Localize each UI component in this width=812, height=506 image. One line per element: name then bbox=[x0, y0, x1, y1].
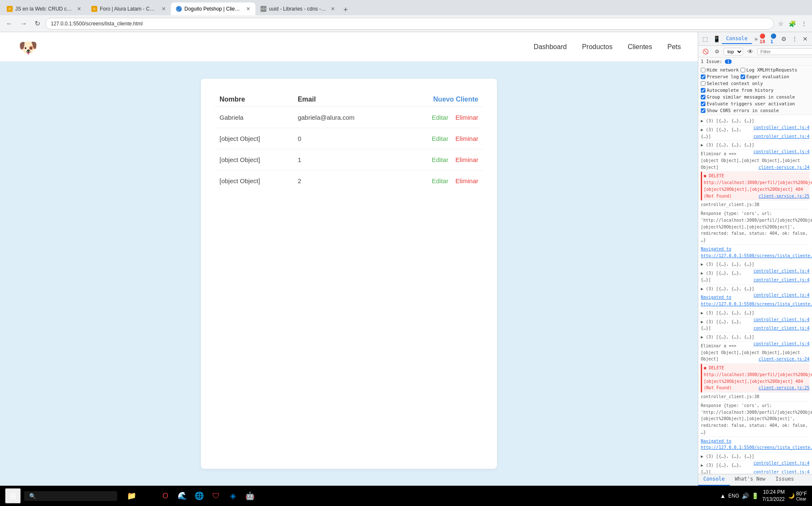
autocomplete-checkbox[interactable] bbox=[701, 88, 705, 93]
taskbar-clock[interactable]: 10:24 PM 7/13/2022 bbox=[762, 489, 785, 503]
console-entry: Navigated to http://127.0.0.1:5500/scree… bbox=[701, 437, 809, 453]
preserve-log-checkbox[interactable] bbox=[701, 74, 705, 79]
weather-icon: 🌙 bbox=[788, 493, 795, 499]
editar-button[interactable]: Editar bbox=[432, 135, 448, 142]
clear-console-button[interactable]: 🚫 bbox=[701, 48, 710, 55]
editar-button[interactable]: Editar bbox=[432, 156, 448, 163]
taskbar-app-android[interactable]: 🤖 bbox=[242, 488, 258, 503]
issues-count-badge: 1 bbox=[725, 59, 732, 64]
log-xmlhttp-checkbox[interactable] bbox=[741, 68, 745, 72]
bookmark-star-button[interactable]: ☆ bbox=[776, 19, 785, 29]
nav-productos[interactable]: Productos bbox=[582, 43, 612, 51]
group-similar-option[interactable]: Group similar messages in console bbox=[701, 94, 795, 99]
bottom-tab-issues[interactable]: Issues bbox=[771, 474, 799, 486]
taskbar-app-vscode[interactable]: ◈ bbox=[225, 488, 241, 503]
devtools-close-button[interactable]: ✕ bbox=[801, 35, 809, 43]
back-button[interactable]: ← bbox=[3, 18, 15, 29]
refresh-button[interactable]: ↻ bbox=[32, 18, 43, 29]
cors-errors-option[interactable]: Show CORS errors in console bbox=[701, 108, 779, 113]
evaluate-triggers-checkbox[interactable] bbox=[701, 102, 705, 106]
log-xmlhttp-option[interactable]: Log XMLHttpRequests bbox=[741, 67, 797, 72]
tab-1-close[interactable]: ✕ bbox=[77, 6, 81, 12]
eliminar-button[interactable]: Eliminar bbox=[455, 135, 478, 142]
taskbar-app-mail[interactable]: ✉ bbox=[141, 488, 156, 503]
tab-3-close[interactable]: ✕ bbox=[246, 6, 250, 12]
console-entry: Navigated to http://127.0.0.1:5500/scree… bbox=[701, 245, 809, 261]
tab-4-close[interactable]: ✕ bbox=[331, 6, 335, 12]
table-row: [object Object] 2 Editar Eliminar bbox=[214, 170, 483, 192]
tab-2[interactable]: A Foro | Alura Latam - Cursos onli... ✕ bbox=[86, 3, 171, 15]
speaker-icon[interactable]: 🔊 bbox=[742, 492, 749, 499]
autocomplete-option[interactable]: Autocomplete from history bbox=[701, 88, 774, 93]
svg-text:🐶: 🐶 bbox=[19, 38, 37, 57]
client-email: 1 bbox=[293, 149, 396, 170]
nav-pets[interactable]: Pets bbox=[667, 43, 681, 51]
site-navigation: Dashboard Productos Clientes Pets bbox=[534, 43, 681, 51]
eager-eval-checkbox[interactable] bbox=[741, 74, 745, 79]
nav-bar: ← → ↻ ☆ 🧩 ⋮ bbox=[0, 15, 812, 32]
selected-context-checkbox[interactable] bbox=[701, 81, 705, 86]
devtools-settings-button[interactable]: ⚙ bbox=[779, 35, 788, 43]
taskbar-app-opera[interactable]: O bbox=[158, 488, 173, 503]
tab-1[interactable]: A JS en la Web: CRUD con JavaScr... ✕ bbox=[2, 3, 86, 15]
tab-2-close[interactable]: ✕ bbox=[162, 6, 166, 12]
devtools-device-button[interactable]: 📱 bbox=[711, 35, 722, 43]
hide-network-checkbox[interactable] bbox=[701, 68, 705, 72]
create-live-expression-button[interactable]: 👁 bbox=[746, 47, 755, 56]
console-tab[interactable]: Console bbox=[722, 34, 752, 44]
taskbar-app-edge[interactable]: 🌊 bbox=[175, 488, 190, 503]
taskbar-weather[interactable]: 🌙 80°F Clear bbox=[788, 491, 807, 501]
bottom-tab-whatsnew[interactable]: What's New bbox=[730, 474, 771, 486]
eliminar-button[interactable]: Eliminar bbox=[455, 156, 478, 163]
clients-table: Nombre Email Nuevo Cliente Gabriela gabr… bbox=[214, 92, 483, 191]
client-actions: Editar Eliminar bbox=[396, 107, 483, 128]
eager-eval-option[interactable]: Eager evaluation bbox=[741, 74, 789, 79]
bottom-tab-console[interactable]: Console bbox=[698, 474, 730, 486]
cors-errors-checkbox[interactable] bbox=[701, 108, 705, 113]
console-entry: ▶ (3) [{…}, {…}, {…}]controller_client.j… bbox=[701, 117, 809, 126]
eliminar-button[interactable]: Eliminar bbox=[455, 177, 478, 184]
tab-4[interactable]: </> uuid - Libraries - cdns - The #1 l..… bbox=[255, 3, 340, 15]
address-bar[interactable] bbox=[45, 18, 774, 30]
console-settings-button[interactable]: ⚙ bbox=[713, 48, 721, 55]
hide-network-option[interactable]: Hide network bbox=[701, 67, 739, 72]
editar-button[interactable]: Editar bbox=[432, 114, 448, 121]
taskbar-search-input[interactable] bbox=[24, 491, 117, 501]
error-badge: 🔴 18 bbox=[760, 33, 769, 44]
filter-input[interactable] bbox=[757, 48, 812, 55]
network-icon[interactable]: ▲ bbox=[720, 492, 726, 499]
browser-menu-button[interactable]: ⋮ bbox=[799, 19, 809, 29]
nav-dashboard[interactable]: Dashboard bbox=[534, 43, 567, 51]
devtools-inspect-button[interactable]: ⬚ bbox=[701, 35, 710, 43]
lang-indicator[interactable]: ENG bbox=[728, 493, 739, 499]
selected-context-option[interactable]: Selected context only bbox=[701, 81, 763, 86]
devtools-more-button[interactable]: ⋮ bbox=[790, 35, 799, 43]
console-entry: ▶ (3) [{…}, {…}, {…}]controller_client.j… bbox=[701, 452, 809, 461]
taskbar-app-files[interactable]: 📁 bbox=[124, 488, 139, 503]
console-entry: Response {type: 'cors', url: 'http://loc… bbox=[701, 209, 809, 245]
tab-3[interactable]: 🐾 Doguito Petshop | Clientes ✕ bbox=[171, 3, 255, 15]
more-tabs-button[interactable]: » bbox=[753, 35, 760, 43]
editar-button[interactable]: Editar bbox=[432, 177, 448, 184]
forward-button[interactable]: → bbox=[18, 18, 30, 29]
nav-clientes[interactable]: Clientes bbox=[628, 43, 652, 51]
new-tab-button[interactable]: + bbox=[340, 6, 351, 14]
table-row: [object Object] 0 Editar Eliminar bbox=[214, 128, 483, 149]
eliminar-button[interactable]: Eliminar bbox=[455, 114, 478, 121]
client-actions: Editar Eliminar bbox=[396, 170, 483, 192]
taskbar-app-chrome[interactable]: 🌐 bbox=[192, 488, 207, 503]
clients-card: Nombre Email Nuevo Cliente Gabriela gabr… bbox=[201, 79, 497, 469]
preserve-log-option[interactable]: Preserve log bbox=[701, 74, 739, 79]
evaluate-triggers-option[interactable]: Evaluate triggers user activation bbox=[701, 101, 795, 106]
site-header: 🐶 Dashboard Productos Clientes Pets bbox=[0, 32, 698, 62]
col-new-client[interactable]: Nuevo Cliente bbox=[396, 92, 483, 107]
battery-icon[interactable]: 🔋 bbox=[752, 492, 759, 499]
extensions-button[interactable]: 🧩 bbox=[787, 19, 798, 29]
group-similar-checkbox[interactable] bbox=[701, 95, 705, 99]
browser-chrome: A JS en la Web: CRUD con JavaScr... ✕ A … bbox=[0, 0, 812, 32]
taskbar-time-display: 10:24 PM bbox=[762, 489, 785, 496]
top-context-select[interactable]: top bbox=[724, 48, 743, 55]
start-button[interactable]: ⊞ bbox=[5, 488, 21, 503]
taskbar-app-shield[interactable]: 🛡 bbox=[208, 488, 224, 503]
client-nombre: [object Object] bbox=[214, 149, 293, 170]
